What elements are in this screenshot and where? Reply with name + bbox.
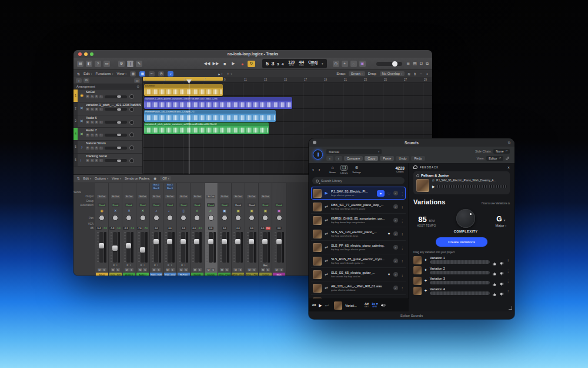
credits-counter[interactable]: 4223Credits <box>395 166 405 173</box>
next-track-icon[interactable]: ⏭ <box>325 303 329 308</box>
lcd-tempo[interactable]: 120BPM <box>288 61 295 67</box>
favorite-icon[interactable]: ♥ <box>387 232 391 236</box>
audio-region[interactable]: variation-1_pitch_palette_variations_53e… <box>144 97 292 109</box>
channel-name-tab[interactable]: Ambi...ence <box>232 273 244 276</box>
channel-fader[interactable] <box>263 232 267 263</box>
thumbs-down-icon[interactable] <box>499 289 504 293</box>
channel-name-tab[interactable]: Sounds <box>191 273 203 276</box>
pan-knob[interactable] <box>112 215 118 221</box>
sample-play-icon[interactable]: ⇄ <box>324 204 329 209</box>
mixer-channel-strip[interactable]: St Out Read ▣ 0.0 <box>245 183 259 276</box>
variation-row[interactable]: ✦ Variation 1 ⋮ <box>413 255 510 266</box>
sample-tags[interactable]: hip hop soul keys electric piano <box>331 248 385 251</box>
volume-db-value[interactable]: 0.0 <box>181 227 186 230</box>
track-header[interactable]: 2 ✕ variation-1_pitch_..._d21-12967fa6f6… <box>74 102 142 115</box>
mute-button[interactable]: M <box>233 268 238 271</box>
channel-name-tab[interactable]: Hi-Fi Di <box>178 273 190 276</box>
solo-button[interactable]: S <box>102 268 106 271</box>
track-name[interactable]: variation-1_pitch_..._d21-12967fa6f6f9 <box>86 103 141 107</box>
sample-row[interactable]: ⇄ AE_120_-_Am_-_Wah_Riff_01.wav guitar e… <box>311 281 406 295</box>
track-header[interactable]: 6 ♩ Tracking Vocal M S R I <box>74 154 142 167</box>
sample-menu-icon[interactable]: ⋮ <box>400 273 404 277</box>
input-monitor-button[interactable]: I <box>99 95 103 98</box>
output-slot[interactable]: St Out <box>138 195 147 198</box>
automation-mode-button[interactable]: Read <box>179 203 188 207</box>
paste-button[interactable]: Paste <box>380 156 394 161</box>
mixer-channel-strip[interactable]: St Out Read ▣ 0.0 <box>232 183 245 276</box>
downloaded-check-icon[interactable]: ✓ <box>393 258 398 263</box>
volume-db-value[interactable]: -5.1 <box>123 227 129 230</box>
downloaded-check-icon[interactable]: ✓ <box>393 218 398 223</box>
output-slot[interactable]: St Out <box>247 195 256 198</box>
channel-fader[interactable] <box>195 232 199 263</box>
record-enable-button[interactable]: R <box>95 134 98 137</box>
mixer-channel-strip[interactable]: Bus 2 Bus 3 St Out Read ♪ 0.0 <box>150 183 163 276</box>
record-input-buttons[interactable]: R I <box>181 264 186 267</box>
previous-track-icon[interactable]: ⏮ <box>312 303 316 308</box>
sample-name[interactable]: SLS_SS_120_electric_piano_... <box>331 230 385 234</box>
feedback-bar[interactable]: FEEDBACK × <box>413 163 510 171</box>
edit-menu[interactable]: Edit▾ <box>83 72 92 75</box>
snap-menu[interactable]: Smart▾ <box>349 71 365 76</box>
view-select[interactable]: Editor▴▾ <box>486 156 503 161</box>
mute-button[interactable]: M <box>98 268 102 271</box>
mixer-view-menu[interactable]: View▾ <box>112 177 121 180</box>
close-icon[interactable]: × <box>507 165 510 170</box>
key-select[interactable]: G ▾ <box>496 216 505 223</box>
sends-on-faders-select[interactable]: Off▾ <box>160 176 171 181</box>
nav-forward-button[interactable]: › <box>319 167 320 173</box>
nav-settings[interactable]: ⚙Settings <box>352 165 360 174</box>
favorite-icon[interactable]: ♥ <box>387 273 391 276</box>
count-in-icon[interactable]: ◷ <box>333 61 339 67</box>
channel-fader[interactable] <box>99 232 103 263</box>
functions-menu[interactable]: Functions▾ <box>95 72 113 75</box>
fader-cap[interactable] <box>153 239 159 244</box>
logic-titlebar[interactable]: no-look-loop.logicx - Tracks <box>74 50 432 58</box>
plugin-power-button[interactable] <box>313 150 323 160</box>
mute-button[interactable]: M <box>166 268 170 271</box>
volume-db-value[interactable]: -7.6 <box>137 227 143 230</box>
cycle-button[interactable]: ↻ <box>248 61 255 67</box>
region-view-icon[interactable]: ▦ <box>139 71 145 77</box>
downloaded-check-icon[interactable]: ✓ <box>393 286 398 290</box>
mixer-expand-icon[interactable]: ⇅ <box>77 177 80 180</box>
splice-titlebar[interactable]: Sounds ⧉ <box>309 138 514 147</box>
mute-button[interactable]: M <box>193 268 197 271</box>
solo-button[interactable]: S <box>91 95 94 98</box>
pan-knob[interactable] <box>167 215 173 221</box>
mute-button[interactable]: M <box>86 134 89 137</box>
sample-name[interactable]: DBK_SC_77_electric_piano_loop_... <box>331 203 385 207</box>
input-monitor-button[interactable]: I <box>99 121 103 124</box>
pan-knob[interactable] <box>126 215 132 221</box>
solo-button[interactable]: S <box>91 108 94 111</box>
capture-icon[interactable]: ♪ <box>168 71 173 77</box>
sample-name[interactable]: SLS_PP_65_electric_piano_calming... <box>331 244 385 247</box>
volume-db-value[interactable]: 0.0 <box>249 227 254 230</box>
mixer-channel-strip[interactable]: St Out Read ✕ -7.6-7.6 R I <box>136 183 150 276</box>
mute-button[interactable]: M <box>152 268 156 271</box>
automation-mode-button[interactable]: Read <box>98 203 106 207</box>
sample-name[interactable]: PJ_SAV_93_Electric_Pi... <box>331 190 375 193</box>
fader-cap[interactable] <box>222 239 227 244</box>
metronome-icon[interactable]: ⌖ <box>342 61 348 67</box>
stop-button[interactable]: ■ <box>221 62 228 66</box>
channel-name-tab[interactable]: Trac...ocal <box>164 273 176 276</box>
variation-waveform[interactable] <box>430 291 490 295</box>
output-slot[interactable]: St Out <box>220 195 229 198</box>
pan-knob[interactable] <box>262 215 268 221</box>
channel-fader[interactable] <box>222 232 226 263</box>
mute-button[interactable]: M <box>275 268 279 271</box>
solo-button[interactable]: S <box>238 268 242 271</box>
fader-cap[interactable] <box>140 247 145 253</box>
output-slot[interactable]: St Out <box>152 195 161 198</box>
pan-knob[interactable] <box>222 215 228 221</box>
automation-mode-button[interactable]: Read <box>248 203 256 207</box>
vertical-zoom-icon[interactable]: ⇕ <box>413 72 416 76</box>
view-menu[interactable]: View▾ <box>116 72 126 75</box>
sample-row[interactable]: ⇄ SLS_RNS_65_guitar_electric_cryin... hi… <box>311 254 406 268</box>
mute-button[interactable]: M <box>86 121 89 124</box>
automation-mode-button[interactable]: Read <box>139 203 147 207</box>
mixer-channel-strip[interactable]: St Out Read ✕ -5.1-5.6 R I <box>122 183 136 276</box>
volume-db-value[interactable]: 0.0 <box>168 227 172 230</box>
pan-knob[interactable] <box>181 215 186 221</box>
